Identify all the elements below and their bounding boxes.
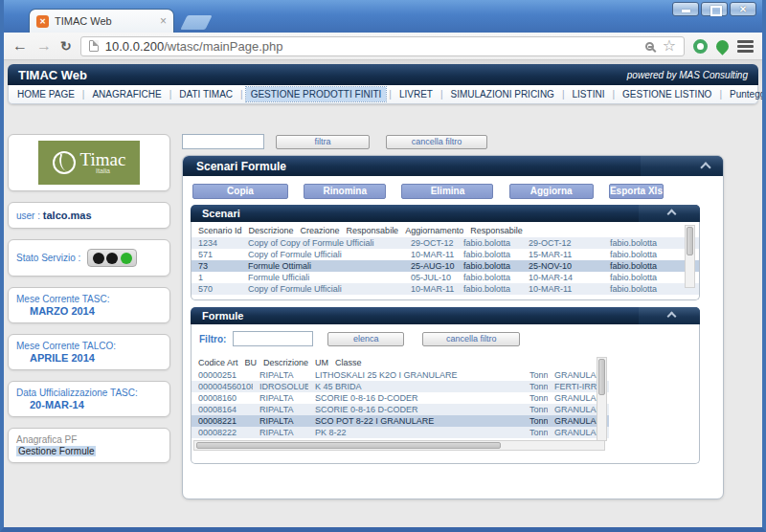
info-box: Data Ufficializzazione TASC: 20-MAR-14 [8, 381, 170, 417]
table-row[interactable]: 1234 Copy of Copy of Formule Ufficiali 2… [192, 237, 699, 249]
formule-title: Formule [191, 310, 243, 321]
action-button[interactable]: Elimina [401, 184, 493, 199]
table-row[interactable]: 571 Copy of Formule Ufficiali 10-MAR-11 … [192, 249, 699, 260]
menu-item[interactable]: ANAGRAFICHE [87, 87, 174, 101]
column-header: Descrizione [242, 225, 294, 237]
logo-brand: Timac [80, 151, 126, 167]
menu-item[interactable]: GESTIONE PRODOTTI FINITI [246, 87, 394, 101]
table-row[interactable]: 570 Copy of Formule Ufficiali 10-MAR-11 … [192, 283, 699, 295]
column-header: Classe [328, 357, 362, 369]
back-button-icon[interactable]: ← [12, 38, 28, 54]
formule-vertical-scrollbar[interactable] [597, 357, 607, 441]
browser-tab[interactable]: TIMAC Web × [29, 9, 174, 33]
scenari-formule-panel: Scenari Formule CopiaRinominaEliminaAggi… [182, 155, 724, 499]
table-row[interactable]: 1 Formule Ufficiali 05-JUL-10 fabio.bolo… [192, 272, 699, 283]
service-status-label: Stato Servizio : [16, 253, 80, 263]
action-button[interactable]: Rinomina [304, 184, 386, 199]
action-button[interactable]: Copia [192, 184, 288, 199]
column-header: Descrizione [257, 357, 308, 369]
bookmark-star-icon[interactable]: ☆ [663, 39, 676, 53]
menu-item[interactable]: GESTIONE LISTINO [618, 87, 725, 101]
filtro-label: Filtro: [199, 334, 226, 344]
formule-horizontal-scrollbar[interactable] [193, 440, 605, 451]
info-box: Mese Corrente TASC: MARZO 2014 [8, 287, 170, 323]
browser-menu-icon[interactable] [737, 40, 754, 53]
scrollbar-thumb[interactable] [196, 442, 501, 449]
main-area: filtra cancella filtro Scenari Formule C… [182, 134, 758, 499]
sidebar-nav-box: Anagrafica PF Gestione Formule [8, 428, 170, 463]
menu-item[interactable]: DATI TIMAC [174, 87, 245, 101]
top-filter-input[interactable] [182, 134, 264, 149]
main-menu: HOME PAGE ANAGRAFICHE DATI TIMAC GESTION… [8, 85, 758, 104]
table-row[interactable]: 73 Formule Ottimali 25-AUG-10 fabio.bolo… [192, 260, 699, 272]
status-light [121, 253, 132, 264]
status-light [106, 253, 118, 264]
browser-titlebar: TIMAC Web × [4, 0, 762, 33]
tab-favicon-icon [36, 15, 49, 28]
browser-toolbar: ← → ↻ 10.0.0.200/wtasc/mainPage.php ☆ [4, 33, 762, 60]
address-bar[interactable]: 10.0.0.200/wtasc/mainPage.php ☆ [80, 36, 685, 56]
menu-item[interactable]: SIMULAZIONI PRICING [446, 87, 568, 101]
action-button[interactable]: Aggiorna [509, 184, 594, 199]
menu-item[interactable]: LIVRET [394, 87, 446, 101]
app-header: TIMAC Web powered by MAS Consulting [8, 64, 758, 85]
page-body: TIMAC Web powered by MAS Consulting HOME… [4, 60, 762, 527]
column-header: UM [308, 357, 328, 369]
timac-logo: Timac Italia [38, 141, 140, 185]
formule-column-headers: Codice ArtBUDescrizioneUMClasse [192, 357, 609, 369]
table-row[interactable]: 000004560108F IDROSOLUBILI K 45 BRIDA To… [192, 381, 609, 392]
top-filter-row: filtra cancella filtro [182, 134, 758, 149]
sidebar-item-gestione-formule[interactable]: Gestione Formule [16, 446, 96, 456]
extension-drop-icon[interactable] [713, 37, 731, 55]
formule-cancella-filtro-button[interactable]: cancella filtro [422, 332, 520, 346]
formule-body: Filtro: elenca cancella filtro Codice Ar… [191, 324, 700, 464]
formule-header: Formule [191, 307, 700, 324]
scrollbar-thumb[interactable] [598, 359, 605, 395]
timac-emblem-icon [53, 151, 76, 174]
table-row[interactable]: 00008164 RIPALTA SCORIE 0-8-16 D-CODER T… [192, 404, 609, 415]
nav-section-label: Anagrafica PF [16, 434, 162, 445]
new-tab-button[interactable] [180, 15, 212, 30]
service-status-box: Stato Servizio : [8, 239, 170, 277]
extension-ring-icon[interactable] [693, 39, 708, 54]
elenca-button[interactable]: elenca [327, 332, 404, 346]
reload-button-icon[interactable]: ↻ [60, 38, 72, 54]
browser-window: TIMAC Web × ← → ↻ 10.0.0.200/wtasc/mainP… [0, 0, 766, 532]
window-maximize-button[interactable] [701, 2, 728, 16]
window-minimize-button[interactable] [672, 2, 699, 16]
table-row[interactable]: 00008221 RIPALTA SCO POT 8-22 I GRANULAR… [192, 415, 609, 427]
action-button[interactable]: Esporta Xls [609, 184, 664, 199]
formule-filter-input[interactable] [233, 331, 313, 346]
menu-item[interactable]: HOME PAGE [12, 87, 87, 101]
zoom-out-icon[interactable] [645, 42, 654, 51]
url-path: /wtasc/mainPage.php [164, 39, 282, 54]
action-buttons: CopiaRinominaEliminaAggiornaEsporta Xls [192, 184, 664, 199]
url-host: 10.0.0.200 [105, 39, 164, 54]
app-title: TIMAC Web [18, 68, 87, 82]
forward-button-icon[interactable]: → [36, 38, 52, 54]
traffic-light-icon [87, 249, 137, 267]
scenari-rows: 1234 Copy of Copy of Formule Ufficiali 2… [192, 237, 699, 295]
tab-close-icon[interactable]: × [160, 15, 167, 27]
sidebar-info-boxes: Mese Corrente TASC: MARZO 2014 Mese Corr… [8, 287, 170, 417]
formule-table: Codice ArtBUDescrizioneUMClasse 00000251… [192, 357, 609, 453]
menu-item[interactable]: Punteggi TAPS [725, 87, 766, 101]
scenari-vertical-scrollbar[interactable] [685, 225, 695, 288]
table-row[interactable]: 00008222 RIPALTA PK 8-22 Tonn GRANULARI … [192, 427, 609, 438]
table-row[interactable]: 00000251 RIPALTA LITHOSKALI 25 K2O I GRA… [192, 369, 609, 381]
column-header: Responsabile [340, 225, 399, 237]
scenari-column-headers: Scenario IdDescrizioneCreazioneResponsab… [192, 225, 699, 237]
table-row[interactable]: 00008160 RIPALTA SCORIE 0-8-16 D-CODER T… [192, 392, 609, 404]
cancella-filtro-button[interactable]: cancella filtro [386, 135, 487, 149]
panel-title: Scenari Formule [183, 160, 286, 173]
window-close-button[interactable] [730, 2, 756, 16]
column-header: Creazione [294, 225, 340, 237]
formule-filter-row: Filtro: elenca cancella filtro [192, 331, 699, 346]
tab-title: TIMAC Web [55, 15, 154, 27]
filtra-button[interactable]: filtra [276, 135, 370, 149]
column-header: BU [238, 357, 258, 369]
url-text[interactable]: 10.0.0.200/wtasc/mainPage.php [105, 39, 283, 54]
scenari-table: Scenario IdDescrizioneCreazioneResponsab… [191, 222, 700, 300]
menu-item[interactable]: LISTINI [568, 87, 619, 101]
scrollbar-thumb[interactable] [687, 227, 693, 255]
